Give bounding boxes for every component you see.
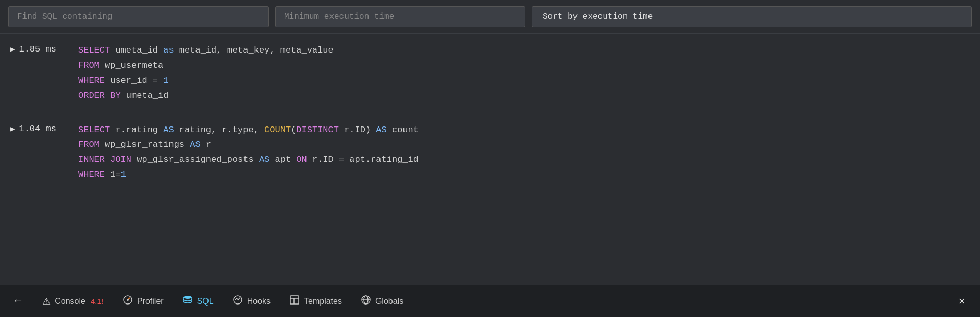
- sql-token: AS: [163, 125, 174, 135]
- sql-token: (: [291, 125, 296, 135]
- sql-line: WHERE user_id = 1: [78, 73, 970, 88]
- sql-token: FROM: [78, 60, 100, 70]
- sql-token: r: [201, 140, 211, 149]
- sql-token: r.rating: [110, 125, 163, 135]
- console-nav-badge: 4,1!: [91, 297, 104, 306]
- sql-token: AS: [259, 155, 270, 164]
- sql-token: as: [163, 45, 174, 55]
- sql-token: INNER JOIN: [78, 155, 131, 164]
- sql-token: DISTINCT: [296, 125, 339, 135]
- sql-token: ORDER BY: [78, 91, 121, 100]
- console-nav-label: Console: [55, 297, 85, 306]
- back-button[interactable]: ←: [8, 290, 28, 312]
- sql-line: WHERE 1=1: [78, 168, 970, 183]
- nav-item-templates[interactable]: Templates: [281, 290, 350, 312]
- sql-token: COUNT: [264, 125, 291, 135]
- sql-token: 1: [163, 75, 168, 85]
- exec-time: ▶ 1.85 ms: [10, 43, 78, 54]
- sql-code: SELECT r.rating AS rating, r.type, COUNT…: [78, 123, 970, 183]
- sql-nav-label: SQL: [197, 297, 214, 306]
- exec-time: ▶ 1.04 ms: [10, 123, 78, 134]
- templates-nav-icon: [289, 295, 300, 308]
- templates-nav-label: Templates: [304, 297, 342, 306]
- sql-line: SELECT umeta_id as meta_id, meta_key, me…: [78, 43, 970, 58]
- bottom-navigation: ← ⚠Console4,1!ProfilerSQLHooksTemplatesG…: [0, 285, 980, 317]
- sql-token: rating, r.type,: [174, 125, 264, 135]
- sql-token: r.ID = apt.rating_id: [307, 155, 419, 164]
- svg-rect-4: [290, 296, 299, 304]
- sql-token: ON: [296, 155, 307, 164]
- hooks-nav-icon: [232, 295, 243, 308]
- sql-token: SELECT: [78, 45, 110, 55]
- hooks-nav-label: Hooks: [247, 297, 271, 306]
- sql-token: apt: [270, 155, 296, 164]
- sql-content-area: ▶ 1.85 msSELECT umeta_id as meta_id, met…: [0, 34, 980, 285]
- sql-line: ORDER BY umeta_id: [78, 88, 970, 104]
- nav-item-globals[interactable]: Globals: [352, 290, 412, 312]
- sql-token: FROM: [78, 140, 100, 149]
- sql-line: SELECT r.rating AS rating, r.type, COUNT…: [78, 123, 970, 138]
- min-execution-input[interactable]: [275, 6, 525, 27]
- sql-code: SELECT umeta_id as meta_id, meta_key, me…: [78, 43, 970, 104]
- sql-line: FROM wp_glsr_ratings AS r: [78, 137, 970, 153]
- sql-token: user_id =: [105, 75, 163, 85]
- sql-token: AS: [190, 140, 200, 149]
- sql-token: umeta_id: [110, 45, 163, 55]
- sql-entry[interactable]: ▶ 1.04 msSELECT r.rating AS rating, r.ty…: [0, 113, 980, 193]
- sql-token: WHERE: [78, 170, 105, 180]
- globals-nav-icon: [361, 295, 371, 308]
- sql-token: 1: [121, 170, 126, 180]
- sql-token: r.ID): [339, 125, 376, 135]
- sql-nav-icon: [182, 295, 193, 308]
- sql-token: 1=: [105, 170, 121, 180]
- nav-item-console[interactable]: ⚠Console4,1!: [34, 291, 112, 311]
- sql-token: WHERE: [78, 75, 105, 85]
- sql-token: AS: [376, 125, 386, 135]
- sql-token: count: [387, 125, 419, 135]
- expand-arrow-icon[interactable]: ▶: [10, 45, 15, 54]
- sql-token: meta_id, meta_key, meta_value: [174, 45, 334, 55]
- sql-token: wp_glsr_ratings: [100, 140, 190, 149]
- sql-token: wp_glsr_assigned_posts: [131, 155, 259, 164]
- console-nav-icon: ⚠: [42, 296, 51, 307]
- sql-token: umeta_id: [121, 91, 169, 100]
- sql-entry[interactable]: ▶ 1.85 msSELECT umeta_id as meta_id, met…: [0, 34, 980, 113]
- nav-item-hooks[interactable]: Hooks: [224, 290, 279, 312]
- svg-point-2: [183, 296, 192, 299]
- find-sql-input[interactable]: [8, 6, 269, 27]
- profiler-nav-icon: [123, 295, 133, 308]
- sql-line: FROM wp_usermeta: [78, 58, 970, 73]
- sql-line: INNER JOIN wp_glsr_assigned_posts AS apt…: [78, 153, 970, 168]
- sort-by-execution-button[interactable]: Sort by execution time: [532, 6, 972, 27]
- svg-point-1: [127, 299, 129, 301]
- expand-arrow-icon[interactable]: ▶: [10, 124, 15, 133]
- close-button[interactable]: ✕: [952, 290, 972, 312]
- sql-token: SELECT: [78, 125, 110, 135]
- profiler-nav-label: Profiler: [137, 297, 164, 306]
- nav-item-sql[interactable]: SQL: [174, 290, 222, 312]
- toolbar: Sort by execution time: [0, 0, 980, 34]
- nav-item-profiler[interactable]: Profiler: [114, 290, 172, 312]
- sql-token: wp_usermeta: [100, 60, 163, 70]
- globals-nav-label: Globals: [375, 297, 403, 306]
